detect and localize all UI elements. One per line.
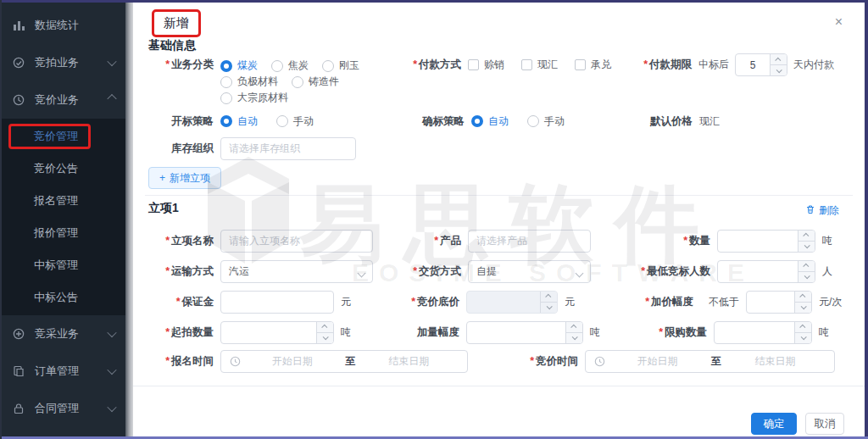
stepper-down-icon[interactable] [798,272,815,282]
stepper-down-icon[interactable] [795,333,811,343]
bidding-icon [12,93,25,107]
limit-quantity-unit: 吨 [819,325,829,340]
plus-icon: + [159,172,165,184]
radio-anode-material[interactable]: 负极材料 [220,75,278,89]
stepper-down-icon[interactable] [798,242,815,252]
inventory-org-label: 库存组织 [148,142,220,156]
signup-time-label: 报名时间 [148,354,220,369]
sidebar-item-bidding-business[interactable]: 竞价业务 [0,81,125,119]
open-strategy-radio-group: 自动 手动 [220,114,405,129]
stepper-down-icon[interactable] [566,333,582,343]
min-bidders-stepper[interactable] [717,260,815,283]
bidding-time-range-picker[interactable]: 开始日期 至 结束日期 [585,350,835,373]
quantity-unit: 吨 [822,234,832,248]
checkbox-acceptance[interactable]: 承兑 [575,58,611,72]
open-strategy-label: 开标策略 [148,114,220,129]
radio-bulk-raw-material[interactable]: 大宗原材料 [220,91,288,105]
app-window: 数据统计 竞拍业务 竞价业务 竞价管理 竞价公告 报名管理 报价管理 中标管理 … [0,0,868,439]
radio-icon [271,60,283,72]
clock-icon [594,356,605,367]
chevron-down-icon [107,57,116,66]
stepper-up-icon[interactable] [795,292,811,303]
stepper-up-icon[interactable] [798,231,815,242]
checkbox-credit-sale[interactable]: 赊销 [468,58,504,72]
sidebar-item-label: 订单管理 [35,364,79,379]
quantity-stepper[interactable] [717,230,815,253]
delivery-select[interactable]: 自提 [468,260,591,283]
date-separator: 至 [708,354,725,369]
signup-time-range-picker[interactable]: 开始日期 至 结束日期 [220,350,468,373]
close-icon[interactable]: × [835,15,843,29]
project-name-label: 立项名称 [148,234,220,248]
limit-quantity-stepper[interactable] [714,321,812,344]
procurement-icon [12,327,25,341]
sidebar-item-award-management[interactable]: 中标管理 [0,249,125,281]
radio-casting[interactable]: 铸造件 [292,75,339,89]
min-bidders-unit: 人 [822,264,832,279]
start-quantity-stepper[interactable] [220,321,334,344]
stepper-down-icon[interactable] [795,303,811,313]
stepper-down-icon[interactable] [317,333,333,343]
clock-icon [230,356,241,367]
business-category-label: 业务分类 [148,58,220,72]
date-separator: 至 [342,354,359,369]
business-category-radio-group: 煤炭 焦炭 刚玉 负极材料 铸造件 大宗原材料 [220,58,405,105]
chevron-down-icon [107,365,116,375]
radio-open-auto[interactable]: 自动 [220,114,258,129]
chevron-down-icon [358,269,366,277]
sidebar-item-registration-management[interactable]: 报名管理 [0,185,125,217]
project-name-input[interactable] [220,230,373,253]
delivery-label: 交货方式 [373,264,468,279]
start-quantity-label: 起拍数量 [148,325,220,340]
radio-coke[interactable]: 焦炭 [271,58,309,73]
stepper-up-icon[interactable] [771,54,787,65]
window-border-right [865,0,868,439]
start-date-placeholder: 开始日期 [607,354,708,369]
annotation-red-box: 竞价管理 [8,124,91,149]
stepper-up-icon[interactable] [798,261,815,272]
sidebar-item-auction-business[interactable]: 竞拍业务 [0,44,125,81]
sidebar-item-procurement-business[interactable]: 竞采业务 [0,315,125,353]
radio-confirm-auto[interactable]: 自动 [471,114,509,129]
add-quantity-stepper[interactable] [466,321,583,344]
sidebar-item-data-statistics[interactable]: 数据统计 [0,7,125,44]
bidding-time-label: 竞价时间 [468,354,585,369]
radio-confirm-manual[interactable]: 手动 [527,114,565,129]
sidebar-item-label: 竞价业务 [35,92,79,108]
radio-selected-icon [220,60,232,72]
form-row-project-b: 运输方式 汽运 交货方式 自提 最低竞标人数 人 [148,258,851,284]
radio-corundum[interactable]: 刚玉 [322,58,359,73]
stepper-up-icon[interactable] [317,322,333,333]
confirm-button[interactable]: 确定 [751,413,797,435]
sidebar-item-bidding-management[interactable]: 竞价管理 [0,120,125,153]
sidebar-item-bidding-announcement[interactable]: 竞价公告 [0,153,125,185]
sidebar-item-order-management[interactable]: 订单管理 [0,353,125,390]
checkbox-icon [468,59,479,70]
add-project-button[interactable]: + 新增立项 [148,167,221,189]
payment-term-days-stepper[interactable]: 5 [735,53,787,76]
radio-open-manual[interactable]: 手动 [276,114,314,129]
payment-method-label: 付款方式 [405,58,468,72]
product-input[interactable] [468,230,591,253]
delete-project-link[interactable]: 删除 [805,203,839,218]
increment-stepper[interactable] [746,291,812,314]
checkbox-cash[interactable]: 现汇 [521,58,558,72]
sidebar-gutter [125,3,133,436]
cancel-button[interactable]: 取消 [805,413,844,435]
deposit-input[interactable] [220,291,334,314]
sidebar-item-award-announcement[interactable]: 中标公告 [0,281,125,314]
stepper-up-icon[interactable] [566,322,582,333]
add-new-modal: 新增 × 基础信息 业务分类 煤炭 焦炭 刚玉 负极材料 铸造件 大宗原材料 付 [133,3,865,436]
transport-select[interactable]: 汽运 [220,260,373,283]
stepper-up-icon[interactable] [795,322,811,333]
chevron-up-icon [107,94,116,103]
sidebar-item-contract-management[interactable]: 合同管理 [0,390,125,427]
stepper-down-icon[interactable] [771,65,787,75]
delivery-value: 自提 [476,264,497,279]
radio-coal[interactable]: 煤炭 [220,58,258,73]
sidebar-item-quotation-management[interactable]: 报价管理 [0,217,125,249]
inventory-org-input[interactable] [220,137,356,160]
deposit-label: 保证金 [148,295,220,309]
radio-icon [292,76,303,88]
chevron-down-icon [576,269,584,277]
